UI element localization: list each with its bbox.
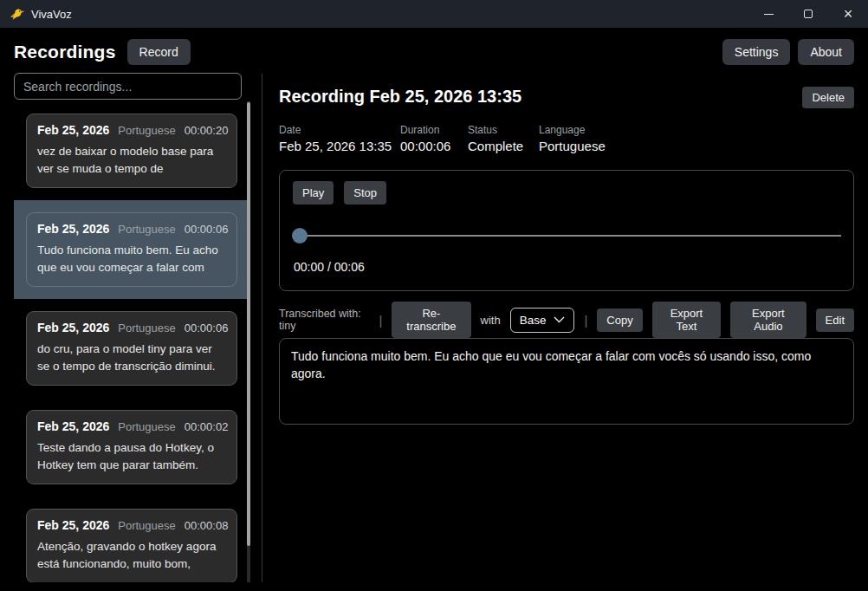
list-item-recording-2[interactable]: Feb 25, 2026 Portuguese 00:00:06 do cru,…	[14, 299, 249, 398]
minimize-icon	[764, 14, 774, 15]
recording-card: Feb 25, 2026 Portuguese 00:00:02 Teste d…	[26, 410, 237, 484]
seek-slider-thumb[interactable]	[292, 228, 308, 244]
edit-button[interactable]: Edit	[816, 308, 854, 332]
with-label: with	[481, 314, 501, 327]
recording-card-header: Feb 25, 2026 Portuguese 00:00:06	[37, 321, 226, 334]
recording-date: Feb 25, 2026	[37, 321, 109, 334]
recording-preview: Teste dando a pausa do Hotkey, o Hotkey …	[37, 439, 226, 475]
delete-button[interactable]: Delete	[802, 87, 854, 108]
recordings-list: Feb 25, 2026 Portuguese 00:00:20 vez de …	[14, 101, 249, 582]
list-item-recording-0[interactable]: Feb 25, 2026 Portuguese 00:00:20 vez de …	[14, 101, 249, 200]
recording-preview: do cru, para o model tiny para ver se o …	[37, 341, 226, 376]
page-title: Recordings	[14, 42, 116, 62]
meta-language: Language Portuguese	[539, 124, 606, 153]
transcription-controls: Transcribed with: tiny | Re-transcribe w…	[279, 305, 854, 334]
meta-status-label: Status	[468, 124, 539, 136]
audio-player-panel: Play Stop 00:00 / 00:06	[279, 170, 854, 291]
recording-language: Portuguese	[118, 519, 176, 532]
meta-status-value: Complete	[468, 139, 539, 153]
list-scrollbar-thumb[interactable]	[247, 102, 250, 546]
detail-title-row: Recording Feb 25, 2026 13:35 Delete	[279, 87, 854, 108]
header-actions: Settings About	[722, 39, 854, 65]
recording-date: Feb 25, 2026	[37, 222, 109, 236]
player-time-display: 00:00 / 00:06	[294, 260, 365, 274]
list-scrollbar-track	[247, 101, 250, 582]
recording-date: Feb 25, 2026	[37, 518, 109, 532]
recording-card: Feb 25, 2026 Portuguese 00:00:06 Tudo fu…	[26, 212, 237, 287]
app-logo-bird-icon	[9, 6, 24, 22]
seek-slider[interactable]	[294, 235, 841, 237]
recording-card-header: Feb 25, 2026 Portuguese 00:00:20	[37, 123, 226, 137]
model-select-dropdown[interactable]: Base	[510, 308, 575, 333]
meta-duration-value: 00:00:06	[400, 139, 468, 153]
meta-date-value: Feb 25, 2026 13:35	[279, 139, 400, 153]
recording-card: Feb 25, 2026 Portuguese 00:00:06 do cru,…	[26, 311, 237, 386]
model-select-value: Base	[520, 314, 547, 327]
recording-language: Portuguese	[118, 420, 176, 433]
recording-card: Feb 25, 2026 Portuguese 00:00:08 Atenção…	[26, 509, 237, 582]
close-icon: ×	[844, 6, 853, 22]
titlebar: VivaVoz ×	[0, 0, 868, 28]
copy-button[interactable]: Copy	[597, 308, 642, 332]
export-audio-button[interactable]: Export Audio	[730, 302, 806, 338]
recording-preview: Tudo funciona muito bem. Eu acho que eu …	[37, 242, 226, 277]
recording-card-header: Feb 25, 2026 Portuguese 00:00:02	[37, 419, 226, 433]
window-controls: ×	[748, 0, 868, 28]
stop-button[interactable]: Stop	[344, 181, 386, 205]
transcribed-with-label: Transcribed with: tiny	[279, 308, 369, 332]
close-button[interactable]: ×	[828, 0, 868, 28]
transcript-text-box[interactable]: Tudo funciona muito bem. Eu acho que eu …	[279, 338, 854, 425]
about-button[interactable]: About	[798, 39, 854, 65]
retranscribe-button[interactable]: Re-transcribe	[392, 302, 470, 338]
play-button[interactable]: Play	[293, 181, 334, 205]
list-item-recording-4[interactable]: Feb 25, 2026 Portuguese 00:00:08 Atenção…	[14, 497, 249, 582]
meta-duration: Duration 00:00:06	[400, 124, 468, 153]
app-title: VivaVoz	[31, 8, 72, 21]
record-button[interactable]: Record	[127, 39, 191, 65]
app-header: Recordings Record Settings About	[14, 38, 854, 66]
search-input[interactable]	[14, 73, 242, 100]
list-item-recording-1-selected[interactable]: Feb 25, 2026 Portuguese 00:00:06 Tudo fu…	[14, 200, 249, 299]
recording-detail-panel: Recording Feb 25, 2026 13:35 Delete Date…	[279, 74, 854, 582]
meta-status: Status Complete	[468, 124, 539, 153]
meta-date: Date Feb 25, 2026 13:35	[279, 124, 400, 153]
minimize-button[interactable]	[748, 0, 788, 28]
recording-card-header: Feb 25, 2026 Portuguese 00:00:08	[37, 518, 226, 532]
recording-duration: 00:00:20	[185, 124, 229, 137]
recording-card-header: Feb 25, 2026 Portuguese 00:00:06	[37, 222, 226, 236]
recording-preview: vez de baixar o modelo base para ver se …	[37, 143, 226, 179]
recording-duration: 00:00:02	[185, 420, 229, 433]
recording-duration: 00:00:06	[185, 321, 229, 334]
separator: |	[584, 313, 587, 328]
detail-title: Recording Feb 25, 2026 13:35	[279, 87, 521, 107]
recording-duration: 00:00:08	[185, 519, 229, 532]
recording-duration: 00:00:06	[185, 223, 229, 236]
meta-duration-label: Duration	[400, 124, 468, 136]
metadata-row: Date Feb 25, 2026 13:35 Duration 00:00:0…	[279, 124, 606, 153]
recording-card: Feb 25, 2026 Portuguese 00:00:20 vez de …	[26, 114, 237, 188]
recording-language: Portuguese	[118, 321, 176, 334]
maximize-button[interactable]	[788, 0, 828, 28]
recording-date: Feb 25, 2026	[37, 123, 109, 137]
recording-date: Feb 25, 2026	[37, 419, 109, 433]
titlebar-left: VivaVoz	[0, 6, 748, 22]
chevron-down-icon	[554, 316, 565, 323]
recording-language: Portuguese	[118, 223, 176, 236]
recording-language: Portuguese	[118, 124, 176, 137]
meta-date-label: Date	[279, 124, 400, 136]
list-item-recording-3[interactable]: Feb 25, 2026 Portuguese 00:00:02 Teste d…	[14, 398, 249, 497]
settings-button[interactable]: Settings	[722, 39, 791, 65]
recording-preview: Atenção, gravando o hotkey agora está fu…	[37, 538, 226, 574]
player-buttons: Play Stop	[293, 181, 840, 205]
sidebar-divider	[262, 74, 262, 582]
meta-language-label: Language	[539, 124, 606, 136]
export-text-button[interactable]: Export Text	[652, 302, 722, 338]
app-window: VivaVoz × Recordings Record Settings Abo…	[0, 0, 868, 591]
separator: |	[379, 313, 382, 328]
meta-language-value: Portuguese	[539, 139, 606, 153]
maximize-icon	[804, 10, 813, 18]
